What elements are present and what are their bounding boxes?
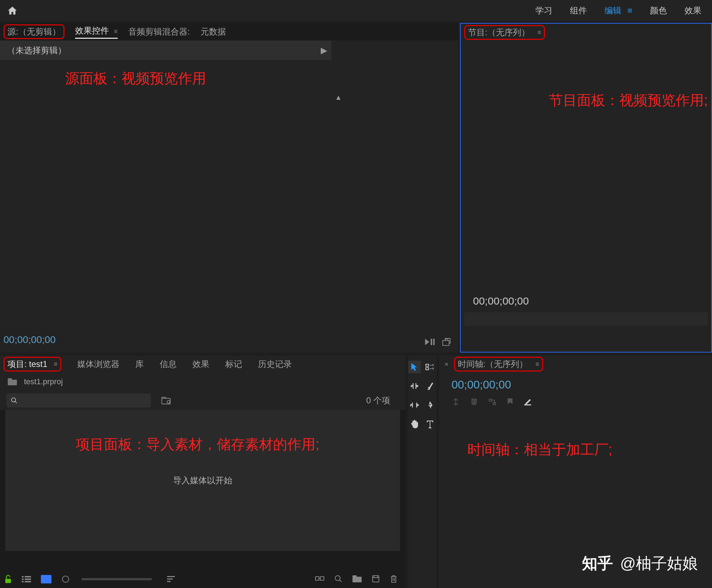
snap-icon[interactable] (452, 398, 460, 406)
tab-library[interactable]: 库 (135, 359, 144, 370)
tab-source[interactable]: 源:（无剪辑） (4, 24, 65, 39)
workspace-tab-color[interactable]: 颜色 (650, 5, 667, 16)
workspace-tab-assembly[interactable]: 组件 (570, 5, 587, 16)
find-icon[interactable] (334, 575, 343, 584)
zoom-slider[interactable] (81, 578, 152, 580)
program-timecode[interactable]: 00;00;00;00 (473, 295, 711, 307)
annotation-program: 节目面板：视频预览作用; (549, 91, 708, 110)
svg-point-7 (167, 400, 170, 403)
project-file-name: test1.prproj (24, 377, 63, 386)
workspace-tab-edit-label: 编辑 (604, 6, 621, 15)
program-tabs: 节目:（无序列） ≡ (461, 24, 711, 41)
svg-rect-17 (167, 578, 173, 580)
settings-icon[interactable] (523, 398, 532, 406)
search-input[interactable] (6, 393, 151, 408)
timeline-menu-icon[interactable]: ≡ (535, 361, 539, 368)
new-item-icon[interactable] (372, 575, 380, 584)
source-timecode[interactable]: 00;00;00;00 (4, 334, 56, 345)
close-icon[interactable]: × (444, 360, 449, 368)
svg-rect-1 (433, 339, 435, 345)
svg-rect-4 (8, 378, 12, 380)
list-view-icon[interactable] (22, 575, 31, 583)
workspace-menu-icon[interactable]: ≡ (627, 6, 632, 15)
new-bin-icon[interactable] (352, 575, 362, 584)
linked-selection-icon[interactable] (488, 398, 497, 406)
source-tabs: 源:（无剪辑） 效果控件 ≡ 音频剪辑混合器: 元数据 (0, 23, 458, 41)
svg-rect-18 (167, 581, 171, 582)
slip-tool-icon[interactable] (408, 399, 421, 411)
lock-icon[interactable] (4, 575, 12, 584)
top-bar: 学习 组件 编辑 ≡ 颜色 效果 (0, 0, 712, 21)
program-timeline-bar[interactable] (464, 312, 708, 326)
annotation-project: 项目面板：导入素材，储存素材的作用; (76, 435, 319, 454)
svg-rect-0 (431, 339, 432, 345)
automate-icon[interactable] (315, 575, 324, 584)
track-select-icon[interactable] (424, 361, 436, 373)
svg-point-28 (429, 404, 431, 405)
timeline-tabs: × 时间轴:（无序列） ≡ (439, 355, 712, 373)
workspace-tab-learn[interactable]: 学习 (535, 5, 552, 16)
zhihu-logo: 知乎 (582, 553, 613, 574)
tab-effects[interactable]: 效果 (192, 359, 209, 370)
magnet-icon[interactable] (470, 398, 478, 406)
svg-rect-29 (489, 399, 492, 401)
hand-tool-icon[interactable] (408, 418, 421, 430)
play-stop-icon[interactable] (425, 338, 435, 346)
ripple-edit-icon[interactable] (408, 380, 421, 392)
svg-rect-3 (8, 380, 17, 385)
svg-rect-13 (22, 581, 24, 582)
freeform-view-icon[interactable] (61, 575, 70, 583)
tab-history[interactable]: 历史记录 (258, 359, 292, 370)
project-body[interactable]: 项目面板：导入素材，储存素材的作用; 导入媒体以开始 (5, 410, 400, 551)
tab-program-label: 节目:（无序列） (468, 27, 530, 38)
source-status-row: （未选择剪辑） ▶ (0, 41, 331, 60)
project-search-row: 0 个项 (0, 391, 405, 410)
svg-rect-23 (352, 575, 357, 577)
tab-media-browser[interactable]: 媒体浏览器 (77, 359, 119, 370)
tab-project[interactable]: 项目: test1 ≡ (4, 357, 61, 372)
svg-rect-19 (315, 577, 319, 580)
upper-row: 源:（无剪辑） 效果控件 ≡ 音频剪辑混合器: 元数据 （未选择剪辑） ▶ ▲ … (0, 21, 712, 353)
program-menu-icon[interactable]: ≡ (538, 29, 541, 36)
play-icon[interactable]: ▶ (321, 45, 327, 55)
svg-point-15 (62, 576, 69, 582)
watermark-author: @柚子姑娘 (620, 553, 698, 574)
project-tabs: 项目: test1 ≡ 媒体浏览器 库 信息 效果 标记 历史记录 (0, 355, 405, 373)
project-menu-icon[interactable]: ≡ (54, 361, 57, 368)
tools-column (408, 355, 436, 588)
marker-icon[interactable] (507, 398, 514, 406)
razor-tool-icon[interactable] (424, 380, 436, 392)
timeline-timecode[interactable]: 00;00;00;00 (452, 378, 712, 391)
svg-rect-14 (25, 581, 31, 582)
tab-program[interactable]: 节目:（无序列） ≡ (464, 25, 545, 40)
svg-rect-20 (320, 577, 324, 580)
bin-icon[interactable] (8, 378, 17, 385)
tab-metadata[interactable]: 元数据 (201, 26, 226, 37)
export-frame-icon[interactable] (442, 338, 451, 346)
timeline-icons (452, 398, 712, 406)
type-tool-icon[interactable] (424, 418, 436, 430)
tab-effect-controls[interactable]: 效果控件 ≡ (75, 25, 118, 39)
program-panel: 节目:（无序列） ≡ 节目面板：视频预览作用; 00;00;00;00 (460, 23, 712, 353)
pen-tool-icon[interactable] (424, 399, 436, 411)
selection-tool-icon[interactable] (408, 361, 421, 373)
home-icon[interactable] (7, 5, 18, 16)
panel-menu-icon[interactable]: ≡ (114, 28, 118, 35)
tab-audio-mixer[interactable]: 音频剪辑混合器: (128, 26, 190, 37)
sort-icon[interactable] (167, 575, 176, 583)
workspace-tab-effects[interactable]: 效果 (685, 5, 701, 16)
search-icon (11, 397, 18, 404)
chevron-up-icon[interactable]: ▲ (335, 93, 342, 102)
tab-markers[interactable]: 标记 (225, 359, 242, 370)
trash-icon[interactable] (390, 575, 398, 584)
svg-rect-26 (426, 368, 429, 370)
tab-info[interactable]: 信息 (160, 359, 177, 370)
folder-search-icon[interactable] (161, 397, 171, 404)
workspace-tab-edit[interactable]: 编辑 ≡ (604, 5, 632, 16)
source-controls (425, 338, 451, 346)
watermark: 知乎 @柚子姑娘 (582, 553, 698, 574)
tab-timeline[interactable]: 时间轴:（无序列） ≡ (454, 357, 543, 372)
tab-project-label: 项目: test1 (7, 359, 47, 370)
svg-rect-12 (25, 578, 31, 580)
icon-view-icon[interactable] (41, 575, 51, 583)
